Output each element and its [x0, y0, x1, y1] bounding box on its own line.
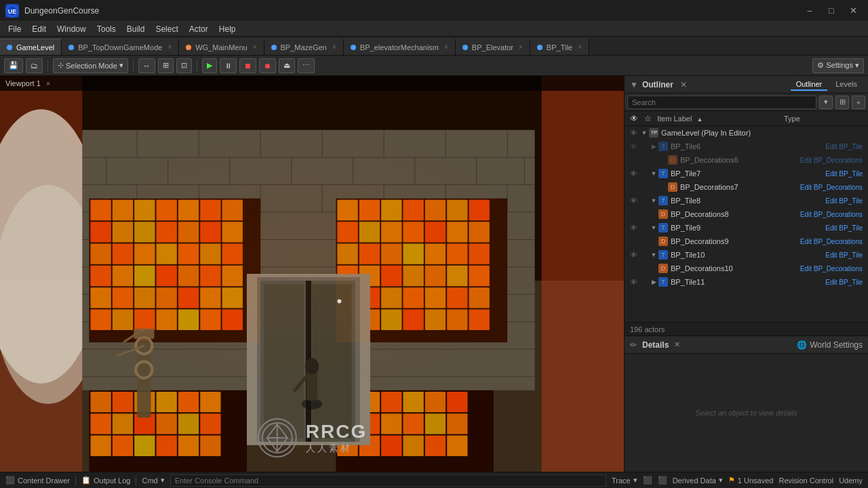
editor-tab-bp-mazegen[interactable]: BP_MazeGen ×: [264, 39, 344, 55]
tree-item-dec7[interactable]: 👁 D BP_Decorations7 Edit BP_Decorations: [625, 180, 868, 194]
maximize-button[interactable]: □: [822, 4, 841, 18]
edit-link[interactable]: Edit BP_Decorations: [800, 184, 865, 191]
output-log-button[interactable]: 📋 Output Log: [81, 476, 130, 485]
toggle-icon: ▶: [649, 279, 658, 285]
watermark-brand: RRCG: [306, 421, 367, 443]
tab-close-button[interactable]: ×: [519, 43, 523, 51]
right-panel: ▼ Outliner ✕ Outliner Levels ▾ ⊞ + 👁 ☆ I…: [624, 76, 868, 472]
tab-close-button[interactable]: ×: [332, 43, 336, 51]
cmd-button[interactable]: Cmd ▾: [142, 476, 164, 485]
editor-tab-wg-mainmenu[interactable]: WG_MainMenu ×: [179, 39, 264, 55]
unsaved-button[interactable]: ⚑ 1 Unsaved: [728, 476, 774, 485]
grid-button[interactable]: ⊞: [158, 58, 174, 73]
status-icon-2: ⬛: [658, 476, 667, 485]
tab-bar: GameLevelBP_TopDownGameMode ×WG_MainMenu…: [0, 37, 868, 56]
tab-outliner[interactable]: Outliner: [791, 79, 828, 91]
tree-item-dec6[interactable]: 👁 D BP_Decorations6 Edit BP_Decorations: [625, 153, 868, 167]
save-button[interactable]: 💾: [4, 58, 23, 73]
derived-data-button[interactable]: Derived Data ▾: [673, 476, 723, 485]
search-input[interactable]: [627, 96, 816, 109]
star-col-header: ☆: [641, 114, 654, 123]
tab-close-button[interactable]: ×: [167, 43, 172, 51]
tree-item-gamelevel[interactable]: 👁 ▼ 🗺 GameLevel (Play In Editor): [625, 126, 868, 140]
menu-item-edit[interactable]: Edit: [26, 23, 52, 35]
tree-item-tile7[interactable]: 👁 ▼ T BP_Tile7 Edit BP_Tile: [625, 167, 868, 180]
edit-link[interactable]: Edit BP_Decorations: [800, 265, 865, 272]
edit-link[interactable]: Edit BP_Decorations: [800, 238, 865, 245]
dec-icon: D: [658, 209, 668, 219]
edit-link[interactable]: Edit BP_Decorations: [800, 157, 865, 164]
editor-tab-gamelevel[interactable]: GameLevel: [0, 39, 62, 55]
output-log-label: Output Log: [94, 476, 130, 485]
edit-link[interactable]: Edit BP_Tile: [825, 197, 865, 205]
actor-count: 196 actors: [625, 322, 868, 336]
tile-icon: T: [658, 250, 668, 260]
tree-item-dec8[interactable]: 👁 D BP_Decorations8 Edit BP_Decorations: [625, 207, 868, 221]
edit-link[interactable]: Edit BP_Tile: [825, 170, 865, 178]
tree-item-tile9[interactable]: 👁 ▼ T BP_Tile9 Edit BP_Tile: [625, 221, 868, 235]
edit-link[interactable]: Edit BP_Decorations: [800, 211, 865, 218]
menu-item-file[interactable]: File: [3, 23, 26, 35]
main-content: Viewport 1 ×: [0, 76, 868, 472]
tree-item-tile10[interactable]: 👁 ▼ T BP_Tile10 Edit BP_Tile: [625, 248, 868, 262]
record-button[interactable]: ⏺: [259, 58, 276, 73]
eject-button[interactable]: ⏏: [279, 58, 295, 73]
title-controls[interactable]: – □ ✕: [800, 4, 863, 18]
svg-rect-5: [542, 76, 624, 472]
viewport-close-button[interactable]: ×: [46, 79, 50, 87]
tree-item-tile11[interactable]: 👁 ▶ T BP_Tile11 Edit BP_Tile: [625, 275, 868, 289]
edit-link[interactable]: Edit BP_Tile: [825, 143, 865, 150]
minimize-button[interactable]: –: [800, 4, 819, 18]
world-settings-tab[interactable]: 🌐 World Settings: [797, 340, 863, 350]
revision-button[interactable]: Revision Control: [778, 476, 833, 485]
menu-item-select[interactable]: Select: [150, 23, 183, 35]
pause-button[interactable]: ⏸: [220, 58, 237, 73]
snap-button[interactable]: ⊡: [176, 58, 192, 73]
edit-link[interactable]: Edit BP_Tile: [825, 251, 865, 259]
close-button[interactable]: ✕: [844, 4, 863, 18]
content-button[interactable]: 🗂: [26, 58, 43, 73]
editor-tab-bp-elevator[interactable]: BP_Elevator ×: [456, 39, 530, 55]
settings-button[interactable]: ⚙ Settings ▾: [812, 58, 864, 73]
menu-item-window[interactable]: Window: [52, 23, 92, 35]
toggle-icon: ▼: [649, 197, 658, 204]
menu-item-tools[interactable]: Tools: [92, 23, 121, 35]
editor-tab-bp-topdowngamemode[interactable]: BP_TopDownGameMode ×: [62, 39, 179, 55]
watermark-text: RRCG 人人素材: [306, 421, 367, 455]
toggle-icon: ▼: [649, 224, 658, 231]
outliner-add-button[interactable]: +: [852, 96, 865, 109]
tab-close-button[interactable]: ×: [578, 43, 582, 51]
tree-item-tile6[interactable]: 👁 ▶ T BP_Tile6 Edit BP_Tile: [625, 140, 868, 153]
editor-tab-bp-elevatormechanism[interactable]: BP_elevatorMechanism ×: [344, 39, 456, 55]
separator-3: [197, 60, 197, 72]
type-col-header: Type: [784, 115, 865, 123]
outliner-close-button[interactable]: ✕: [680, 80, 687, 89]
menu-item-help[interactable]: Help: [214, 23, 241, 35]
tree-item-dec9[interactable]: 👁 D BP_Decorations9 Edit BP_Decorations: [625, 235, 868, 248]
tree-item-dec10[interactable]: 👁 D BP_Decorations10 Edit BP_Decorations: [625, 262, 868, 275]
menu-item-build[interactable]: Build: [121, 23, 151, 35]
viewport[interactable]: Viewport 1 ×: [0, 76, 624, 472]
tab-close-button[interactable]: ×: [444, 43, 448, 51]
edit-link[interactable]: Edit BP_Tile: [825, 224, 865, 232]
content-drawer-button[interactable]: ⬛ Content Drawer: [5, 476, 70, 485]
editor-tab-bp-tile[interactable]: BP_Tile ×: [530, 39, 589, 55]
details-close-button[interactable]: ✕: [674, 340, 680, 349]
tree-item-tile8[interactable]: 👁 ▼ T BP_Tile8 Edit BP_Tile: [625, 194, 868, 207]
play-button[interactable]: ▶: [202, 58, 217, 73]
outliner-settings-button[interactable]: ⊞: [835, 96, 849, 109]
stop-button[interactable]: ⏹: [239, 58, 256, 73]
outliner-filter-button[interactable]: ▾: [819, 96, 833, 109]
selection-mode-button[interactable]: ⊹ Selection Mode ▾: [53, 58, 128, 73]
tab-close-button[interactable]: ×: [253, 43, 257, 51]
menu-item-actor[interactable]: Actor: [184, 23, 214, 35]
edit-link[interactable]: Edit BP_Tile: [825, 279, 865, 286]
tab-levels[interactable]: Levels: [830, 79, 863, 91]
details-content: Select an object to view details: [625, 354, 868, 472]
viewport-header: Viewport 1 ×: [0, 76, 624, 91]
more-button[interactable]: ⋯: [298, 58, 315, 73]
transform-button[interactable]: ↔: [138, 58, 155, 73]
console-input[interactable]: [170, 474, 606, 487]
world-settings-label: World Settings: [810, 340, 863, 350]
trace-button[interactable]: Trace ▾: [612, 476, 637, 485]
